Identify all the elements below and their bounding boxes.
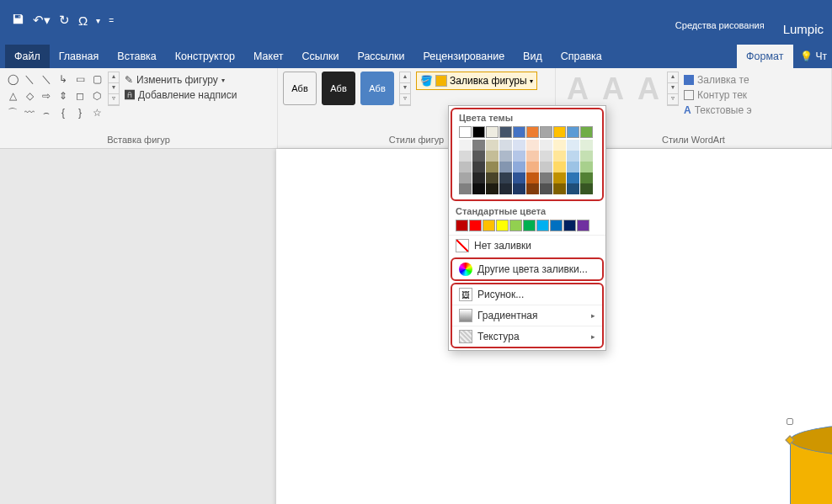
qat-more-icon[interactable]: = xyxy=(109,16,114,25)
color-swatch[interactable] xyxy=(580,162,593,172)
color-swatch[interactable] xyxy=(563,220,576,231)
color-swatch[interactable] xyxy=(459,172,472,183)
color-swatch[interactable] xyxy=(459,126,472,138)
color-swatch[interactable] xyxy=(536,220,549,231)
shape-callout-icon[interactable]: ◻ xyxy=(72,88,88,103)
tab-file[interactable]: Файл xyxy=(5,45,50,68)
shape-hex-icon[interactable]: ⬡ xyxy=(89,88,104,103)
color-swatch[interactable] xyxy=(567,151,579,162)
shape-style-1[interactable]: Абв xyxy=(283,72,317,105)
color-swatch[interactable] xyxy=(526,140,539,151)
tab-references[interactable]: Ссылки xyxy=(292,45,348,68)
color-swatch[interactable] xyxy=(472,151,485,162)
shape-arrow-icon[interactable]: ⇨ xyxy=(39,88,54,103)
color-swatch[interactable] xyxy=(459,151,472,162)
color-swatch[interactable] xyxy=(567,140,579,151)
color-swatch[interactable] xyxy=(486,183,499,194)
edit-shape-button[interactable]: ✎ Изменить фигуру ▾ xyxy=(123,73,239,87)
shape-cylinder-icon[interactable]: ◯ xyxy=(5,72,20,87)
color-swatch[interactable] xyxy=(486,126,499,138)
tab-format[interactable]: Формат xyxy=(737,45,792,68)
wordart-style-2[interactable]: A xyxy=(596,72,630,107)
qat-customize-icon[interactable]: ▾ xyxy=(96,16,100,25)
color-swatch[interactable] xyxy=(553,172,566,183)
tab-home[interactable]: Главная xyxy=(50,45,109,68)
tab-layout[interactable]: Макет xyxy=(244,45,292,68)
tab-mailings[interactable]: Рассылки xyxy=(348,45,413,68)
color-swatch[interactable] xyxy=(459,140,472,151)
color-swatch[interactable] xyxy=(553,126,566,138)
shape-style-2[interactable]: Абв xyxy=(322,72,355,105)
color-swatch[interactable] xyxy=(580,126,593,138)
tab-help[interactable]: Справка xyxy=(552,45,611,68)
color-swatch[interactable] xyxy=(553,151,566,162)
more-fill-colors-item[interactable]: Другие цвета заливки... xyxy=(452,259,602,279)
color-swatch[interactable] xyxy=(577,220,589,231)
tab-review[interactable]: Рецензирование xyxy=(414,45,515,68)
undo-icon[interactable]: ↶▾ xyxy=(33,13,51,28)
wordart-style-3[interactable]: A xyxy=(632,72,665,107)
color-swatch[interactable] xyxy=(469,220,482,231)
color-swatch[interactable] xyxy=(567,126,579,138)
color-swatch[interactable] xyxy=(580,140,593,151)
color-swatch[interactable] xyxy=(553,162,566,172)
color-swatch[interactable] xyxy=(540,172,552,183)
color-swatch[interactable] xyxy=(513,126,525,138)
shape-brace2-icon[interactable]: } xyxy=(72,105,88,120)
color-swatch[interactable] xyxy=(499,126,512,138)
color-swatch[interactable] xyxy=(540,140,552,151)
symbol-icon[interactable]: Ω xyxy=(78,13,88,28)
shape-style-3[interactable]: Абв xyxy=(360,72,394,105)
color-swatch[interactable] xyxy=(472,126,485,138)
save-icon[interactable] xyxy=(12,13,24,28)
color-swatch[interactable] xyxy=(486,140,499,151)
color-swatch[interactable] xyxy=(580,183,593,194)
color-swatch[interactable] xyxy=(459,183,472,194)
color-swatch[interactable] xyxy=(513,183,525,194)
color-swatch[interactable] xyxy=(486,172,499,183)
redo-icon[interactable]: ↻ xyxy=(59,13,70,28)
color-swatch[interactable] xyxy=(580,151,593,162)
shape-triangle-icon[interactable]: △ xyxy=(5,88,20,103)
color-swatch[interactable] xyxy=(472,162,485,172)
color-swatch[interactable] xyxy=(526,151,539,162)
color-swatch[interactable] xyxy=(472,172,485,183)
color-swatch[interactable] xyxy=(540,126,552,138)
color-swatch[interactable] xyxy=(540,183,552,194)
color-swatch[interactable] xyxy=(486,162,499,172)
selected-shape-cylinder[interactable]: ⟳ ⌧ xyxy=(790,422,832,504)
shape-diamond-icon[interactable]: ◇ xyxy=(22,88,37,103)
color-swatch[interactable] xyxy=(499,172,512,183)
color-swatch[interactable] xyxy=(567,183,579,194)
picture-fill-item[interactable]: 🖼 Рисунок... xyxy=(452,284,602,305)
color-swatch[interactable] xyxy=(499,162,512,172)
color-swatch[interactable] xyxy=(567,162,579,172)
color-swatch[interactable] xyxy=(509,220,522,231)
color-swatch[interactable] xyxy=(526,126,539,138)
text-outline-button[interactable]: Контур тек xyxy=(684,88,752,102)
no-fill-item[interactable]: Нет заливки xyxy=(449,235,605,256)
text-fill-button[interactable]: Заливка те xyxy=(684,73,752,87)
tab-design[interactable]: Конструктор xyxy=(166,45,244,68)
shape-fill-button[interactable]: 🪣 Заливка фигуры ▾ xyxy=(416,72,537,90)
color-swatch[interactable] xyxy=(513,140,525,151)
color-swatch[interactable] xyxy=(523,220,536,231)
tab-insert[interactable]: Вставка xyxy=(108,45,165,68)
color-swatch[interactable] xyxy=(540,151,552,162)
color-swatch[interactable] xyxy=(483,220,495,231)
color-swatch[interactable] xyxy=(499,140,512,151)
color-swatch[interactable] xyxy=(580,172,593,183)
color-swatch[interactable] xyxy=(459,162,472,172)
shape-line-icon[interactable]: ＼ xyxy=(22,72,37,87)
shape-connector-icon[interactable]: ↳ xyxy=(56,72,71,87)
color-swatch[interactable] xyxy=(550,220,563,231)
tell-me-search[interactable]: 💡 Чт xyxy=(800,50,828,62)
shape-brace-icon[interactable]: { xyxy=(56,105,71,120)
color-swatch[interactable] xyxy=(553,183,566,194)
color-swatch[interactable] xyxy=(472,183,485,194)
color-swatch[interactable] xyxy=(540,162,552,172)
shape-round-rect-icon[interactable]: ▢ xyxy=(89,72,104,87)
shape-star-icon[interactable]: ☆ xyxy=(89,105,104,120)
shape-updown-icon[interactable]: ⇕ xyxy=(56,88,71,103)
color-swatch[interactable] xyxy=(526,172,539,183)
